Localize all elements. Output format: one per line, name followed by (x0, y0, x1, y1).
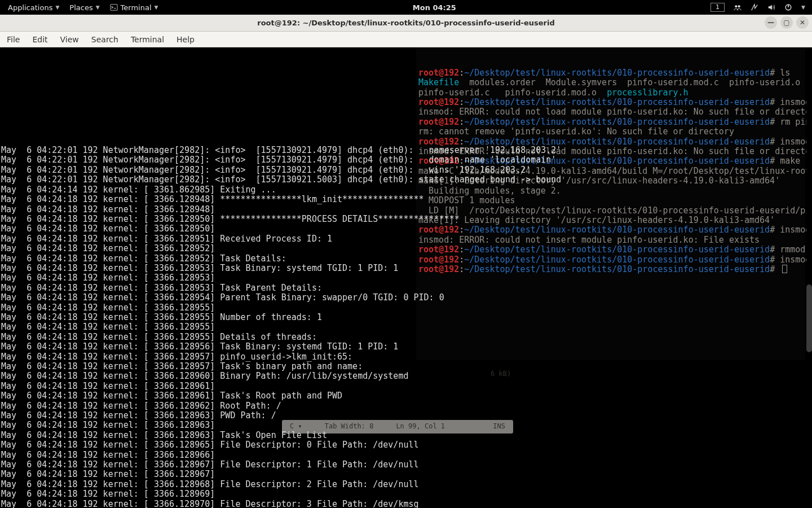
terminal-icon (110, 3, 118, 11)
window-minimize-button[interactable]: — (765, 16, 777, 29)
menu-file[interactable]: File (7, 35, 20, 44)
svg-point-1 (735, 5, 737, 7)
workspace-indicator[interactable]: 1 (710, 3, 725, 12)
window-titlebar[interactable]: root@192: ~/Desktop/test/linux-rootkits/… (0, 15, 812, 32)
menu-applications[interactable]: Applications ▼ (8, 3, 59, 12)
menu-help[interactable]: Help (176, 35, 195, 44)
menu-edit[interactable]: Edit (32, 35, 47, 44)
window-title: root@192: ~/Desktop/test/linux-rootkits/… (257, 19, 554, 27)
menu-search[interactable]: Search (91, 35, 118, 44)
clock[interactable]: Mon 04:25 (158, 3, 710, 12)
users-icon[interactable] (734, 3, 742, 11)
sensors-icon[interactable] (751, 3, 758, 11)
terminal-menubar: File Edit View Search Terminal Help (0, 32, 812, 47)
menu-terminal-m[interactable]: Terminal (131, 35, 164, 44)
window-maximize-button[interactable]: ▢ (780, 16, 793, 29)
menu-places[interactable]: Places ▼ (69, 3, 99, 12)
volume-icon[interactable] (767, 3, 775, 11)
menu-view[interactable]: View (60, 35, 79, 44)
window-close-button[interactable]: ✕ (796, 16, 809, 29)
terminal-window: root@192: ~/Desktop/test/linux-rootkits/… (0, 15, 812, 508)
svg-rect-0 (110, 5, 117, 11)
menu-terminal[interactable]: Terminal ▼ (110, 3, 158, 12)
foreground-log: May 6 04:22:01 192 NetworkManager[2982]:… (1, 146, 811, 508)
terminal-viewport[interactable]: 6 kB) C ▾ Tab Width: 8 Ln 99, Col 1 INS … (0, 47, 812, 508)
system-menu-caret-icon[interactable]: ▼ (801, 5, 805, 10)
gnome-topbar: Applications ▼ Places ▼ Terminal ▼ Mon 0… (0, 0, 812, 15)
svg-point-2 (738, 5, 740, 7)
power-icon[interactable] (784, 3, 792, 11)
